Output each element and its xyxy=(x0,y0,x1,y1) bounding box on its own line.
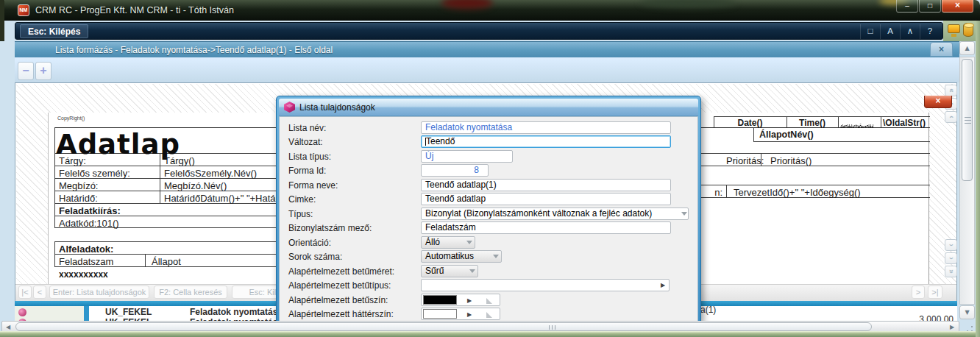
list-row-code[interactable]: UK_FEKEL xyxy=(105,307,152,317)
scroll-up-button[interactable]: ▲ xyxy=(959,41,975,55)
field-label: Változat: xyxy=(288,137,323,147)
close-button[interactable]: × xyxy=(942,0,973,13)
move-top-button[interactable]: « xyxy=(945,85,957,96)
bizonylatszam-mezo-field[interactable]: Feladatszám xyxy=(421,221,671,234)
date-field[interactable]: Date() xyxy=(714,118,787,128)
tipus-dropdown[interactable]: Bizonylat (Bizonylatszámonként változnak… xyxy=(421,207,689,220)
maximize-button[interactable]: □ xyxy=(919,0,941,13)
row-value-field[interactable]: Megbízó.Név() xyxy=(164,180,227,191)
tab-close-button[interactable]: × xyxy=(930,42,953,57)
field-label: Lista típus: xyxy=(288,152,331,162)
view-title: Lista formázás - Feladatok nyomtatása->T… xyxy=(55,45,333,55)
scroll-left-icon[interactable]: ◀ xyxy=(6,324,10,330)
dialog-close-button[interactable]: × xyxy=(924,96,952,108)
sorok-szama-dropdown[interactable]: Automatikus xyxy=(421,250,502,263)
database-icon[interactable] xyxy=(963,23,973,37)
section-label[interactable]: Feladatkiírás: xyxy=(59,205,121,216)
prev-page-button[interactable]: < xyxy=(33,285,46,299)
field-label: Lista név: xyxy=(288,123,326,133)
dialog-title: Lista tulajdonságok xyxy=(299,102,375,113)
expand-arrow-icon[interactable]: ▶ xyxy=(467,297,472,304)
lista-tulajdonsagok-dialog: Lista tulajdonságok Lista név: Feladatok… xyxy=(276,96,701,322)
window-title: CRM RC - ProgEn Kft. NM CRM - ti - Tóth … xyxy=(35,5,234,15)
field-label: Alapértelmezett háttérszín: xyxy=(288,309,394,319)
row-value-field[interactable]: Tárgy() xyxy=(164,155,195,166)
vertical-scroll-thumb[interactable] xyxy=(962,59,973,181)
field-label: Alapértelmezett betűszín: xyxy=(288,295,388,305)
hatterszin-color-picker[interactable]: ▶ xyxy=(421,308,500,320)
row-value-field[interactable]: HatáridőDátum()+" "+Határi xyxy=(164,193,281,204)
help-icon[interactable]: ? xyxy=(920,24,940,39)
move-bottom-button[interactable]: « xyxy=(945,266,957,277)
row-label[interactable]: Megbízó: xyxy=(59,180,98,191)
window-titlebar[interactable]: NM CRM RC - ProgEn Kft. NM CRM - ti - Tó… xyxy=(0,0,980,21)
sub-col-header[interactable]: Feladatszam xyxy=(59,256,113,267)
zoom-in-button[interactable]: + xyxy=(35,62,52,80)
data-code-field[interactable]: Adatkód:101() xyxy=(59,218,119,229)
corner-triangle-icon xyxy=(486,312,492,318)
window-frame-edge xyxy=(0,0,4,41)
section-label[interactable]: Alfeladatok: xyxy=(59,244,113,255)
first-page-button[interactable]: |< xyxy=(18,285,32,299)
placeholder-cell[interactable]: xxxxxxxxxx xyxy=(59,269,108,280)
next-page-button[interactable]: > xyxy=(912,285,925,299)
prioritas-field[interactable]: Prioritás() xyxy=(770,155,812,166)
valtozat-field[interactable]: Teendő xyxy=(421,135,671,148)
sub-col-header[interactable]: Állapot xyxy=(152,256,181,267)
app-icon: NM xyxy=(18,4,29,16)
collapse-icon[interactable]: ∧ xyxy=(900,24,920,39)
f2-cell-search-button[interactable]: F2: Cella keresés xyxy=(154,285,227,299)
list-row-name[interactable]: Feladatok nyomtatása xyxy=(190,307,283,317)
field-label: Sorok száma: xyxy=(288,252,342,262)
forma-id-field[interactable]: 8 xyxy=(421,164,489,177)
field-label: Forma neve: xyxy=(288,180,338,191)
forma-neve-field[interactable]: Teendő adatlap(1) xyxy=(421,179,671,191)
window-mode-icon[interactable]: □ xyxy=(860,24,880,39)
scroll-down-button[interactable]: ▼ xyxy=(959,305,975,319)
minimize-button[interactable]: – xyxy=(896,0,918,13)
view-header: Lista formázás - Feladatok nyomtatása->T… xyxy=(15,41,959,57)
tervezett-label-fragment[interactable]: n: xyxy=(709,187,722,198)
vertical-scrollbar[interactable] xyxy=(959,57,975,305)
oldalstr-field[interactable]: \OldalStr() xyxy=(883,118,926,128)
move-down-button[interactable]: ‹ xyxy=(945,239,957,251)
record-icon xyxy=(18,308,26,316)
tervezett-field[interactable]: TervezetIdő()+" "+Időegység() xyxy=(734,187,861,198)
expand-arrow-icon[interactable]: ▶ xyxy=(661,282,665,288)
expand-arrow-icon[interactable]: ▶ xyxy=(467,311,472,318)
enter-properties-button[interactable]: Enter: Lista tulajdonságok xyxy=(49,285,149,299)
copyright-field[interactable]: CopyRight() xyxy=(57,116,85,121)
list-row-fragment: a(1) xyxy=(700,305,716,315)
betuszin-color-picker[interactable]: ▶ xyxy=(421,294,500,306)
horizontal-scroll-thumb[interactable] xyxy=(15,322,872,331)
field-label: Forma Id: xyxy=(288,166,326,176)
chevron-down-icon xyxy=(469,269,475,276)
row-value-field[interactable]: FelelősSzemély.Név() xyxy=(164,168,257,179)
lista-tipus-field[interactable]: Új xyxy=(421,150,513,163)
lista-nev-field[interactable]: Feladatok nyomtatása xyxy=(421,121,671,134)
desktop-strip-bottom xyxy=(0,331,980,337)
move-up-button[interactable]: ‹ xyxy=(945,111,957,123)
row-label[interactable]: Határidő: xyxy=(59,193,98,204)
dialog-titlebar[interactable]: Lista tulajdonságok xyxy=(279,99,698,116)
allapotnev-field[interactable]: ÁllapotNév() xyxy=(759,130,814,140)
zoom-out-button[interactable]: − xyxy=(18,62,34,80)
font-size-icon[interactable]: A xyxy=(880,24,900,39)
last-page-button[interactable]: >| xyxy=(928,285,942,299)
menubar: Esc: Kilépés □ A ∧ ? xyxy=(15,22,943,40)
prioritas-label[interactable]: Prioritás: xyxy=(726,155,764,166)
move-down-step-button[interactable]: ‹ xyxy=(945,252,957,264)
chevron-down-icon xyxy=(493,255,499,261)
monitor-icon[interactable] xyxy=(948,24,960,33)
scroll-right-icon[interactable]: ▶ xyxy=(950,324,954,330)
desktop-strip-right xyxy=(976,21,980,337)
cimke-field[interactable]: Teendő adatlap xyxy=(421,193,671,205)
page-counter-field[interactable]: AktOldal+"/"+ÖsszOldal xyxy=(840,119,879,128)
esc-exit-button[interactable]: Esc: Kilépés xyxy=(20,24,88,38)
betutipus-field[interactable] xyxy=(421,279,670,291)
time-field[interactable]: Time() xyxy=(787,118,838,128)
row-label[interactable]: Felelős személy: xyxy=(59,168,130,179)
field-label: Alapértelmezett betűméret: xyxy=(288,266,394,277)
field-label: Típus: xyxy=(288,209,313,219)
row-label[interactable]: Tárgy: xyxy=(59,155,86,166)
